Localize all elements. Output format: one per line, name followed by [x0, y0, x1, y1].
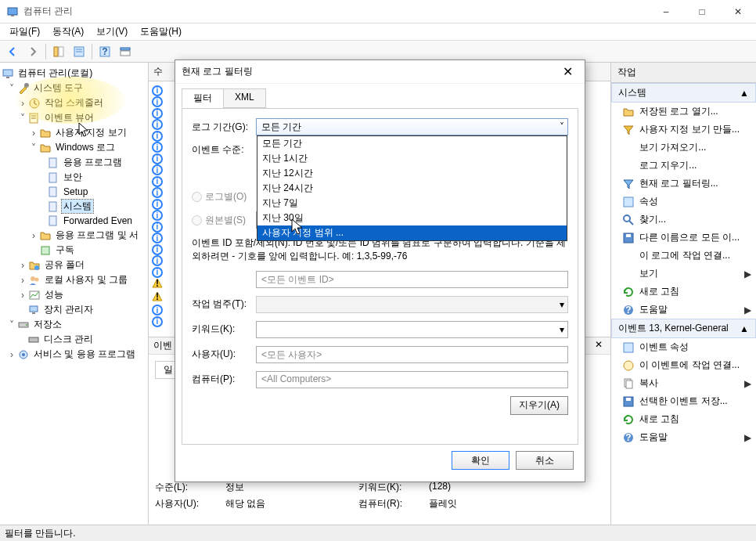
expand-icon[interactable]: ›: [6, 349, 17, 360]
import-icon: [622, 142, 635, 154]
action-filter-log[interactable]: 현재 로그 필터링...: [611, 175, 756, 193]
tree-storage[interactable]: ˅저장소: [0, 317, 148, 332]
close-icon[interactable]: ✕: [592, 339, 606, 352]
tree-log-forwarded[interactable]: Forwarded Even: [0, 214, 148, 228]
action-open-saved[interactable]: 저장된 로그 열기...: [611, 103, 756, 121]
ok-button[interactable]: 확인: [452, 451, 509, 470]
tree-app-services[interactable]: ›응용 프로그램 및 서: [0, 228, 148, 243]
tab-xml[interactable]: XML: [223, 88, 266, 108]
dropdown-option[interactable]: 지난 12시간: [257, 166, 567, 181]
tree-devmgr[interactable]: 장치 관리자: [0, 302, 148, 317]
info-icon: i: [152, 164, 163, 175]
save-icon: [622, 395, 635, 408]
forward-button[interactable]: [23, 42, 42, 61]
event-id-input[interactable]: <모든 이벤트 ID>: [256, 271, 568, 288]
svg-rect-10: [121, 51, 130, 56]
collapse-icon[interactable]: ˅: [6, 319, 17, 330]
expand-icon[interactable]: ›: [17, 275, 28, 286]
expand-icon[interactable]: ›: [28, 230, 39, 241]
tree-perf[interactable]: ›성능: [0, 287, 148, 302]
action-find[interactable]: 찾기...: [611, 211, 756, 229]
menu-view[interactable]: 보기(V): [90, 23, 134, 40]
toolbar-button[interactable]: [116, 42, 135, 61]
svg-text:!: !: [156, 291, 159, 302]
clear-button[interactable]: 지우기(A): [510, 396, 568, 415]
tree-shared[interactable]: ›공유 폴더: [0, 258, 148, 272]
tree-local-users[interactable]: ›로컬 사용자 및 그룹: [0, 272, 148, 287]
action-attach-task[interactable]: 이 로그에 작업 연결...: [611, 247, 756, 265]
filter-icon: [622, 124, 635, 136]
cancel-button[interactable]: 취소: [516, 451, 574, 470]
action-help2[interactable]: ?도움말▶: [611, 428, 756, 446]
tree-log-security[interactable]: 보안: [0, 170, 148, 185]
tree-log-system[interactable]: 시스템: [0, 199, 148, 214]
svg-rect-22: [49, 216, 56, 225]
actions-section-system[interactable]: 시스템▲: [611, 83, 756, 103]
action-attach-event-task[interactable]: 이 이벤트에 작업 연결...: [611, 356, 756, 374]
tree-task-sched[interactable]: ›작업 스케줄러: [0, 96, 148, 110]
action-import-view[interactable]: 보기 가져오기...: [611, 139, 756, 157]
tree-log-setup[interactable]: Setup: [0, 185, 148, 199]
tab-filter[interactable]: 필터: [182, 88, 224, 108]
action-properties[interactable]: 속성: [611, 193, 756, 211]
dropdown-option[interactable]: 지난 1시간: [257, 151, 567, 166]
dropdown-option[interactable]: 지난 30일: [257, 211, 567, 225]
log-icon: [47, 157, 59, 169]
tree-root[interactable]: 컴퓨터 관리(로컬): [0, 66, 148, 81]
actions-section-event[interactable]: 이벤트 13, Kernel-General▲: [611, 319, 756, 338]
tree-sys-tools[interactable]: ˅시스템 도구: [0, 81, 148, 96]
tree-services[interactable]: ›서비스 및 응용 프로그램: [0, 347, 148, 362]
tree-subscribe[interactable]: 구독: [0, 243, 148, 258]
action-save-as[interactable]: 다른 이름으로 모든 이...: [611, 229, 756, 247]
action-event-props[interactable]: 이벤트 속성: [611, 338, 756, 356]
expand-icon[interactable]: ›: [17, 98, 28, 109]
nav-tree[interactable]: 컴퓨터 관리(로컬) ˅시스템 도구 ›작업 스케줄러 ˅이벤트 뷰어 ›사용자…: [0, 66, 148, 362]
collapse-icon[interactable]: ˅: [17, 113, 28, 124]
tree-windows-logs[interactable]: ˅Windows 로그: [0, 140, 148, 155]
shared-folder-icon: [28, 259, 41, 272]
menu-action[interactable]: 동작(A): [46, 23, 90, 40]
tree-custom-views[interactable]: ›사용자 지정 보기: [0, 125, 148, 140]
tree-event-viewer[interactable]: ˅이벤트 뷰어: [0, 110, 148, 125]
action-refresh2[interactable]: 새로 고침: [611, 410, 756, 428]
collapse-icon[interactable]: ▲: [740, 88, 749, 99]
collapse-icon[interactable]: ˅: [28, 142, 39, 153]
show-hide-tree-button[interactable]: [49, 42, 68, 61]
action-save-selected[interactable]: 선택한 이벤트 저장...: [611, 392, 756, 410]
action-copy[interactable]: 복사▶: [611, 374, 756, 392]
menu-file[interactable]: 파일(F): [3, 23, 46, 40]
tree-diskmgr[interactable]: 디스크 관리: [0, 332, 148, 347]
dropdown-option-selected[interactable]: 사용자 지정 범위 ...: [257, 225, 567, 240]
log-period-dropdown[interactable]: 모든 기간 지난 1시간 지난 12시간 지난 24시간 지난 7일 지난 30…: [257, 135, 567, 241]
action-help[interactable]: ?도움말▶: [611, 301, 756, 319]
tree-log-app[interactable]: 응용 프로그램: [0, 155, 148, 170]
action-view[interactable]: 보기▶: [611, 265, 756, 283]
back-button[interactable]: [3, 42, 22, 61]
help-button[interactable]: ?: [95, 42, 114, 61]
expand-icon[interactable]: ›: [17, 290, 28, 301]
svg-point-38: [624, 215, 630, 222]
keyword-combo[interactable]: ▾: [256, 321, 568, 338]
minimize-button[interactable]: –: [648, 0, 684, 23]
user-input[interactable]: <모든 사용자>: [256, 346, 568, 363]
chevron-down-icon: ˅: [560, 121, 564, 132]
computer-input[interactable]: <All Computers>: [256, 371, 568, 388]
action-refresh[interactable]: 새로 고침: [611, 283, 756, 301]
maximize-button[interactable]: □: [684, 0, 720, 23]
dialog-buttons: 확인 취소: [175, 451, 585, 479]
dropdown-option[interactable]: 모든 기간: [257, 136, 567, 151]
dialog-close-button[interactable]: ✕: [556, 61, 578, 83]
collapse-icon[interactable]: ▲: [740, 323, 749, 334]
close-button[interactable]: ✕: [720, 0, 756, 23]
dropdown-option[interactable]: 지난 7일: [257, 196, 567, 211]
menu-help[interactable]: 도움말(H): [134, 23, 188, 40]
expand-icon[interactable]: ›: [28, 128, 39, 139]
radio-log-level: [192, 192, 202, 202]
dropdown-option[interactable]: 지난 24시간: [257, 181, 567, 196]
collapse-icon[interactable]: ˅: [6, 83, 17, 94]
expand-icon[interactable]: ›: [17, 260, 28, 271]
log-period-combo[interactable]: 모든 기간 ˅ 모든 기간 지난 1시간 지난 12시간 지난 24시간 지난 …: [256, 118, 568, 135]
action-create-view[interactable]: 사용자 지정 보기 만들...: [611, 121, 756, 139]
properties-button[interactable]: [70, 42, 88, 61]
action-clear-log[interactable]: 로그 지우기...: [611, 157, 756, 175]
